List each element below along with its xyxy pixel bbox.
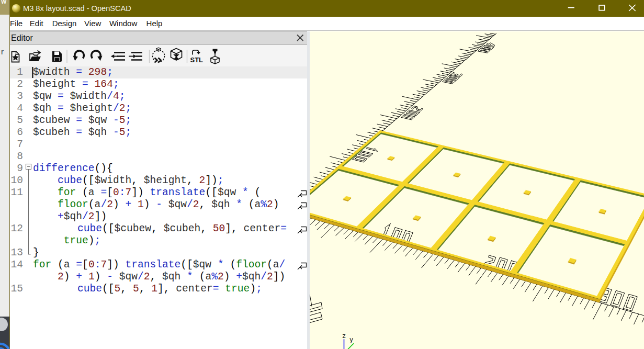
svg-text:y: y (349, 336, 353, 344)
svg-text:z: z (342, 333, 346, 340)
